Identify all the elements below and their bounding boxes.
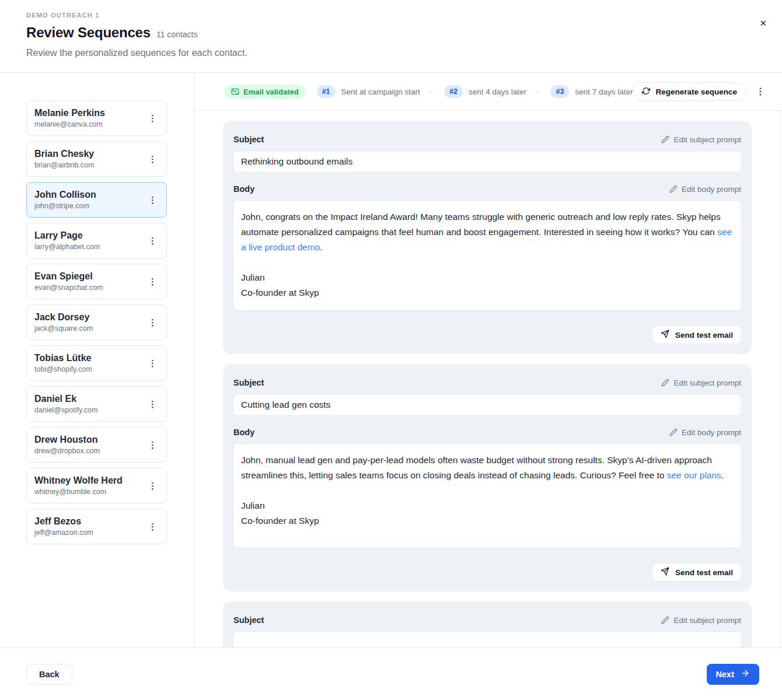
contact-email: john@stripe.com	[34, 202, 144, 210]
close-icon[interactable]: ✕	[757, 16, 769, 30]
sequence-step-2: #2 sent 4 days later	[444, 85, 526, 98]
contact-email: jack@square.com	[34, 324, 144, 332]
contact-name: Evan Spiegel	[34, 271, 144, 282]
edit-subject-prompt-button[interactable]: Edit subject prompt	[661, 616, 741, 625]
contact-info: Melanie Perkins melanie@canva.com	[34, 108, 144, 128]
email-body-editor[interactable]: John, congrats on the Impact Ireland Awa…	[233, 200, 742, 311]
next-button[interactable]: Next	[707, 664, 759, 685]
review-sequences-modal: DEMO OUTREACH 1 Review Sequences 11 cont…	[0, 0, 782, 700]
contact-email: drew@dropbox.com	[34, 447, 144, 455]
modal-footer: Back Next	[0, 648, 782, 700]
contact-name: Brian Chesky	[34, 149, 144, 159]
sequence-steps-bar: Email validated #1 Sent at campaign star…	[194, 73, 782, 111]
contact-card-melanie-perkins[interactable]: Melanie Perkins melanie@canva.com ⋮	[26, 100, 167, 136]
send-test-email-button[interactable]: Send test email	[652, 326, 742, 344]
contact-menu-icon[interactable]: ⋮	[144, 520, 162, 533]
modal-header: DEMO OUTREACH 1 Review Sequences 11 cont…	[0, 0, 782, 73]
email-cards-scroll-area[interactable]: Subject Edit subject prompt Body	[194, 111, 782, 648]
contact-card-evan-spiegel[interactable]: Evan Spiegel evan@snapchat.com ⋮	[26, 264, 167, 299]
contact-info: Evan Spiegel evan@snapchat.com	[34, 271, 144, 292]
sequence-panel: Email validated #1 Sent at campaign star…	[194, 73, 782, 648]
pencil-icon	[661, 135, 669, 144]
contact-menu-icon[interactable]: ⋮	[144, 193, 162, 206]
pencil-icon	[661, 616, 669, 624]
contact-card-john-collison[interactable]: John Collison john@stripe.com ⋮	[26, 182, 167, 218]
regenerate-sequence-button[interactable]: Regenerate sequence	[633, 82, 746, 101]
contact-name: Larry Page	[34, 230, 144, 241]
edit-body-prompt-button[interactable]: Edit body prompt	[669, 428, 741, 437]
arrow-right-icon	[741, 668, 750, 680]
contact-card-tobias-lutke[interactable]: Tobias Lütke tobi@shopify.com ⋮	[26, 345, 167, 381]
contact-list: Melanie Perkins melanie@canva.com ⋮ Bria…	[0, 73, 194, 648]
body-label: Body	[233, 428, 254, 437]
body-row: Body Edit body prompt	[233, 184, 742, 194]
back-button[interactable]: Back	[26, 664, 72, 685]
step-number-badge: #3	[550, 85, 569, 98]
body-row: Body Edit body prompt	[233, 428, 742, 437]
edit-subject-prompt-label: Edit subject prompt	[673, 135, 741, 144]
email-body-text: John, manual lead gen and pay-per-lead m…	[241, 453, 734, 483]
sequence-step-1: #1 Sent at campaign start	[317, 85, 420, 98]
contact-card-jeff-bezos[interactable]: Jeff Bezos jeff@amazon.com ⋮	[26, 509, 167, 544]
pencil-icon	[669, 185, 678, 193]
edit-subject-prompt-button[interactable]: Edit subject prompt	[661, 135, 741, 144]
contact-card-brian-chesky[interactable]: Brian Chesky brian@airbnb.com ⋮	[26, 141, 167, 177]
subject-input[interactable]	[233, 631, 742, 648]
modal-content: Melanie Perkins melanie@canva.com ⋮ Bria…	[0, 73, 782, 648]
body-link[interactable]: see our plans	[667, 470, 721, 480]
contact-email: evan@snapchat.com	[34, 284, 144, 292]
contact-email: daniel@spotify.com	[34, 406, 144, 414]
contact-card-whitney-wolfe-herd[interactable]: Whitney Wolfe Herd whitney@bumble.com ⋮	[26, 468, 167, 503]
next-button-label: Next	[716, 670, 734, 679]
sequence-menu-icon[interactable]: ⋮	[750, 85, 770, 99]
body-text-after-link: .	[721, 470, 724, 480]
contact-info: John Collison john@stripe.com	[34, 190, 144, 210]
edit-body-prompt-button[interactable]: Edit body prompt	[669, 185, 741, 194]
contact-menu-icon[interactable]: ⋮	[144, 234, 162, 247]
contact-email: whitney@bumble.com	[34, 488, 144, 496]
signature-name: Julian	[241, 501, 265, 510]
contact-info: Jeff Bezos jeff@amazon.com	[34, 516, 144, 537]
edit-body-prompt-label: Edit body prompt	[682, 185, 741, 194]
contact-menu-icon[interactable]: ⋮	[144, 111, 162, 125]
page-title: Review Sequences	[26, 24, 151, 41]
contact-menu-icon[interactable]: ⋮	[144, 152, 162, 166]
contact-menu-icon[interactable]: ⋮	[144, 438, 162, 452]
step-number-badge: #2	[444, 85, 463, 98]
contact-card-larry-page[interactable]: Larry Page larry@alphabet.com ⋮	[26, 223, 167, 258]
email-signature: JulianCo-founder at Skyp	[241, 498, 734, 528]
scrollbar[interactable]	[780, 111, 781, 648]
paper-plane-icon	[661, 567, 669, 578]
subject-input[interactable]	[233, 150, 742, 173]
email-card-2: Subject Edit subject prompt Body	[223, 364, 752, 592]
subject-input[interactable]	[233, 394, 742, 416]
edit-subject-prompt-label: Edit subject prompt	[673, 379, 741, 387]
contact-card-drew-houston[interactable]: Drew Houston drew@dropbox.com ⋮	[26, 427, 167, 463]
contact-menu-icon[interactable]: ⋮	[144, 479, 162, 492]
contact-menu-icon[interactable]: ⋮	[144, 316, 162, 329]
contact-menu-icon[interactable]: ⋮	[144, 275, 162, 288]
edit-subject-prompt-button[interactable]: Edit subject prompt	[661, 379, 741, 387]
contact-info: Drew Houston drew@dropbox.com	[34, 435, 144, 455]
send-test-email-label: Send test email	[675, 568, 733, 577]
subject-row: Subject Edit subject prompt	[233, 378, 742, 387]
send-test-email-button[interactable]: Send test email	[652, 563, 742, 582]
contact-card-daniel-ek[interactable]: Daniel Ek daniel@spotify.com ⋮	[26, 386, 167, 422]
contact-info: Daniel Ek daniel@spotify.com	[34, 394, 144, 414]
contact-info: Larry Page larry@alphabet.com	[34, 230, 144, 251]
contact-card-jack-dorsey[interactable]: Jack Dorsey jack@square.com ⋮	[26, 304, 167, 340]
contact-info: Brian Chesky brian@airbnb.com	[34, 149, 144, 169]
contact-name: Daniel Ek	[34, 394, 144, 404]
pencil-icon	[669, 428, 678, 436]
contact-menu-icon[interactable]: ⋮	[144, 397, 162, 411]
subject-row: Subject Edit subject prompt	[233, 615, 742, 625]
contact-name: John Collison	[34, 190, 144, 200]
contacts-count: 11 contacts	[156, 30, 198, 39]
email-body-text: John, congrats on the Impact Ireland Awa…	[241, 209, 734, 255]
step-timing: Sent at campaign start	[341, 88, 420, 96]
step-number-badge: #1	[317, 85, 336, 98]
contact-menu-icon[interactable]: ⋮	[144, 356, 162, 370]
page-subtitle: Review the personalized sequences for ea…	[26, 48, 756, 58]
paper-plane-icon	[661, 330, 669, 340]
email-body-editor[interactable]: John, manual lead gen and pay-per-lead m…	[233, 443, 742, 548]
